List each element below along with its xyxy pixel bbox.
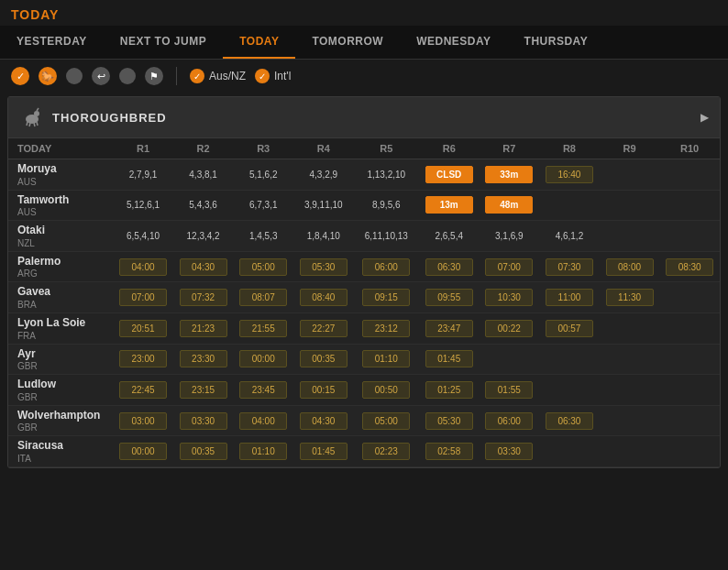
race-cell-col-9[interactable] <box>600 312 660 344</box>
track-cell[interactable]: LudlowGBR <box>8 375 113 406</box>
race-value[interactable]: 03:30 <box>485 443 533 460</box>
race-value[interactable]: 03:30 <box>180 412 227 430</box>
race-cell-col-7[interactable]: 48m <box>480 190 540 221</box>
race-cell-col-10[interactable] <box>659 436 720 467</box>
race-value[interactable]: 23:00 <box>119 350 167 367</box>
race-cell-col-3[interactable]: 08:07 <box>233 282 293 313</box>
race-cell-col-4[interactable]: 00:35 <box>293 344 354 375</box>
filter-flag-icon[interactable]: ⚑ <box>145 67 163 85</box>
race-cell-col-2[interactable]: 00:35 <box>173 436 234 467</box>
race-cell-col-6[interactable]: CLSD <box>419 159 480 191</box>
race-cell-col-5[interactable]: 05:00 <box>354 405 419 436</box>
race-cell-col-5[interactable]: 00:50 <box>354 375 419 406</box>
race-value[interactable]: 09:15 <box>362 289 410 306</box>
race-value[interactable]: 5,4,3,6 <box>180 197 227 213</box>
race-value[interactable]: 21:23 <box>180 320 227 337</box>
race-cell-col-5[interactable]: 01:10 <box>354 344 419 375</box>
race-cell-col-7[interactable]: 33m <box>480 159 540 191</box>
race-value[interactable]: 03:00 <box>119 412 167 430</box>
race-value[interactable]: 02:23 <box>362 443 410 460</box>
tab-today[interactable]: TODAY <box>223 26 295 59</box>
race-cell-col-2[interactable]: 07:32 <box>173 282 234 313</box>
race-cell-col-1[interactable]: 20:51 <box>113 312 173 344</box>
race-cell-col-10[interactable] <box>659 312 720 344</box>
race-cell-col-5[interactable]: 1,13,2,10 <box>354 159 419 191</box>
race-value[interactable]: 07:30 <box>546 258 593 276</box>
race-cell-col-7[interactable]: 07:00 <box>480 251 540 282</box>
race-value[interactable]: 22:27 <box>300 320 347 337</box>
race-value[interactable]: 3,9,11,10 <box>300 197 347 213</box>
race-cell-col-1[interactable]: 04:00 <box>113 251 173 282</box>
race-cell-col-8[interactable] <box>539 190 600 221</box>
race-value[interactable]: 04:30 <box>300 412 347 430</box>
race-value[interactable]: 4,6,1,2 <box>546 228 593 244</box>
race-value[interactable]: 2,6,5,4 <box>425 228 473 244</box>
race-cell-col-3[interactable]: 6,7,3,1 <box>233 190 293 221</box>
filter-intl[interactable]: ✓ Int'l <box>255 69 291 83</box>
race-value[interactable]: 00:15 <box>300 381 347 399</box>
race-value[interactable]: CLSD <box>425 166 473 183</box>
filter-horse-icon[interactable]: 🐎 <box>39 67 57 85</box>
race-cell-col-6[interactable]: 2,6,5,4 <box>419 221 480 252</box>
race-value[interactable]: 4,3,8,1 <box>180 167 227 182</box>
race-value[interactable]: 07:00 <box>485 258 533 276</box>
race-cell-col-5[interactable]: 23:12 <box>354 312 419 344</box>
race-value[interactable]: 3,1,6,9 <box>485 228 533 244</box>
tab-tomorrow[interactable]: TOMORROW <box>295 26 400 59</box>
race-cell-col-7[interactable]: 3,1,6,9 <box>480 221 540 252</box>
race-value[interactable]: 13m <box>425 196 473 214</box>
race-cell-col-8[interactable] <box>539 375 600 406</box>
race-cell-col-7[interactable]: 06:00 <box>480 405 540 436</box>
race-value[interactable]: 00:57 <box>546 320 593 337</box>
tab-yesterday[interactable]: YESTERDAY <box>0 26 104 59</box>
race-cell-col-6[interactable]: 23:47 <box>419 312 480 344</box>
filter-circle1-icon[interactable] <box>66 68 83 84</box>
race-cell-col-9[interactable] <box>600 221 660 252</box>
race-cell-col-1[interactable]: 6,5,4,10 <box>113 221 173 252</box>
filter-check-icon[interactable]: ✓ <box>11 67 29 85</box>
track-cell[interactable]: PalermoARG <box>8 251 113 282</box>
race-value[interactable]: 08:07 <box>239 289 287 306</box>
race-cell-col-10[interactable] <box>659 282 720 313</box>
race-value[interactable]: 06:30 <box>546 412 593 430</box>
track-cell[interactable]: OtakiNZL <box>8 221 113 252</box>
race-cell-col-8[interactable]: 4,6,1,2 <box>539 221 600 252</box>
race-cell-col-4[interactable]: 04:30 <box>293 405 354 436</box>
race-value[interactable]: 22:45 <box>119 381 167 399</box>
race-cell-col-8[interactable] <box>539 436 600 467</box>
race-cell-col-9[interactable] <box>600 159 660 191</box>
race-value[interactable]: 01:45 <box>300 443 347 460</box>
race-value[interactable]: 00:22 <box>485 320 533 337</box>
race-cell-col-5[interactable]: 6,11,10,13 <box>354 221 419 252</box>
race-value[interactable]: 02:58 <box>425 443 473 460</box>
race-cell-col-6[interactable]: 06:30 <box>419 251 480 282</box>
card-collapse-arrow[interactable]: ▶ <box>700 111 709 124</box>
race-value[interactable]: 21:55 <box>239 320 287 337</box>
race-cell-col-7[interactable]: 03:30 <box>480 436 540 467</box>
race-value[interactable]: 05:30 <box>425 412 473 430</box>
race-cell-col-1[interactable]: 22:45 <box>113 375 173 406</box>
race-value[interactable]: 06:30 <box>425 258 473 276</box>
race-cell-col-2[interactable]: 21:23 <box>173 312 234 344</box>
tab-thursday[interactable]: THURSDAY <box>508 26 605 59</box>
track-cell[interactable]: SiracusaITA <box>8 436 113 467</box>
race-value[interactable]: 6,11,10,13 <box>360 228 413 244</box>
race-cell-col-3[interactable]: 5,1,6,2 <box>233 159 293 191</box>
race-value[interactable]: 11:00 <box>546 289 593 306</box>
race-cell-col-1[interactable]: 5,12,6,1 <box>113 190 173 221</box>
race-value[interactable]: 08:00 <box>606 258 654 276</box>
race-cell-col-4[interactable]: 22:27 <box>293 312 354 344</box>
race-value[interactable]: 23:45 <box>239 381 287 399</box>
race-cell-col-4[interactable]: 00:15 <box>293 375 354 406</box>
tab-wednesday[interactable]: WEDNESDAY <box>400 26 507 59</box>
race-cell-col-8[interactable]: 16:40 <box>539 159 600 191</box>
race-value[interactable]: 00:35 <box>300 350 347 367</box>
race-value[interactable]: 6,5,4,10 <box>119 228 167 244</box>
race-value[interactable]: 5,1,6,2 <box>239 167 287 182</box>
race-cell-col-6[interactable]: 05:30 <box>419 405 480 436</box>
race-value[interactable]: 07:32 <box>180 289 227 306</box>
track-cell[interactable]: WolverhamptonGBR <box>8 405 113 436</box>
race-value[interactable]: 2,7,9,1 <box>119 167 167 182</box>
race-cell-col-9[interactable]: 11:30 <box>600 282 660 313</box>
race-cell-col-9[interactable] <box>600 190 660 221</box>
